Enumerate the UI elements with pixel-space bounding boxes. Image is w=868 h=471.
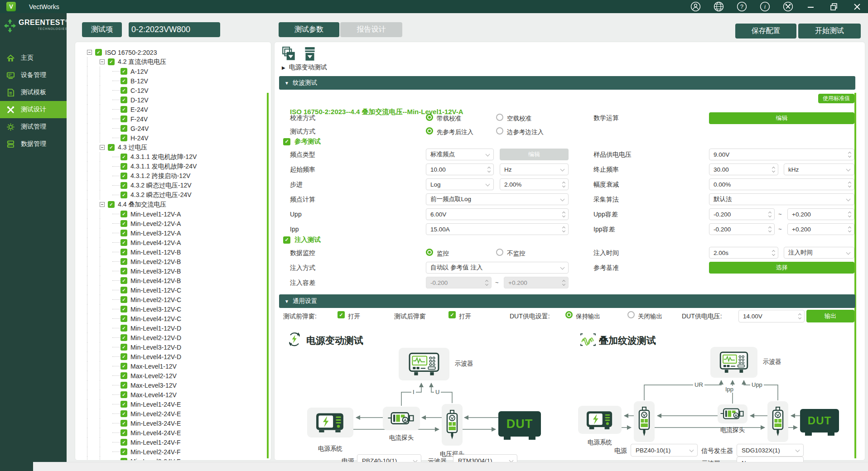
tree-checkbox[interactable]	[95, 49, 102, 56]
tree-checkbox[interactable]	[121, 87, 127, 94]
tree-checkbox[interactable]	[121, 211, 127, 217]
ipp-tol-max-input[interactable]: +0.200	[787, 223, 854, 235]
tree-node-label[interactable]: Min-Level2-12V-D	[130, 334, 181, 341]
tree-node[interactable]: Min-Level2-24V-F	[87, 447, 271, 457]
algorithm-select[interactable]: 默认法	[709, 193, 854, 205]
tree-node-label[interactable]: 4.3 过电压	[118, 144, 147, 152]
start-freq-input[interactable]: 10.00	[426, 163, 494, 175]
tree-checkbox[interactable]	[121, 277, 127, 284]
tree-checkbox[interactable]	[121, 135, 127, 141]
dropdown-chevron-icon[interactable]	[561, 194, 564, 205]
tree-node[interactable]: Min-Level1-12V-C	[87, 285, 271, 295]
spinner-arrows[interactable]	[488, 164, 490, 175]
spinner-arrows[interactable]	[563, 277, 565, 288]
freq-type-select[interactable]: 标准频点	[426, 149, 494, 160]
tree-node-label[interactable]: 4.4 叠加交流电压	[118, 201, 166, 209]
tree-checkbox[interactable]	[121, 249, 127, 255]
upp-tol-max-input[interactable]: +0.200	[787, 208, 854, 220]
tree-node[interactable]: Min-Level2-12V-B	[87, 257, 271, 266]
tree-node[interactable]: Max-Level4-12V	[87, 390, 271, 399]
tree-checkbox[interactable]	[121, 391, 127, 398]
dropdown-chevron-icon[interactable]	[796, 444, 799, 456]
test-item-button[interactable]: 测试项	[82, 22, 122, 37]
spinner-arrows[interactable]	[769, 224, 771, 235]
tree-node[interactable]: ISO 16750-2:2023	[87, 48, 271, 57]
start-freq-unit-select[interactable]: Hz	[500, 163, 569, 175]
radio-monitor-on[interactable]	[426, 249, 433, 256]
radio-ref-while[interactable]	[496, 127, 503, 135]
tree-node[interactable]: Min-Level3-12V-A	[87, 228, 271, 238]
tree-node[interactable]: E-24V	[87, 105, 271, 114]
tree-checkbox[interactable]	[121, 382, 127, 389]
ipp-tol-min-input[interactable]: -0.200	[709, 223, 775, 235]
tree-checkbox[interactable]	[121, 429, 127, 436]
tree-node-label[interactable]: Min-Level1-24V-E	[130, 401, 181, 408]
tree-checkbox[interactable]	[121, 173, 127, 179]
tree-node[interactable]: 4.3.2 瞬态过电压-12V	[87, 181, 271, 190]
tree-checkbox[interactable]	[121, 77, 127, 84]
tree-node-label[interactable]: Min-Level2-24V-F	[130, 448, 181, 456]
tree-node-label[interactable]: ISO 16750-2:2023	[105, 49, 157, 56]
horizontal-scrollbar[interactable]	[33, 462, 868, 471]
dropdown-chevron-icon[interactable]	[847, 247, 850, 258]
tree-checkbox[interactable]	[121, 401, 127, 408]
section-general-header[interactable]: ▼ 通用设置	[279, 294, 855, 308]
start-test-button[interactable]: 开始测试	[798, 24, 861, 38]
pre-popup-checkbox[interactable]	[338, 311, 345, 318]
tree-node[interactable]: 4.3.2 瞬态过电压-24V	[87, 190, 271, 200]
tree-checkbox[interactable]	[121, 268, 127, 274]
tab-test-parameters[interactable]: 测试参数	[279, 22, 339, 37]
spinner-arrows[interactable]	[772, 247, 775, 258]
tree-expander-icon[interactable]	[100, 59, 105, 64]
sidebar-item-manage[interactable]: 测试管理	[0, 118, 67, 135]
radio-ref-first[interactable]	[426, 127, 433, 135]
radio-keep-output-label[interactable]: 保持输出	[576, 312, 600, 321]
radio-monitor-off-label[interactable]: 不监控	[507, 250, 526, 258]
tree-node[interactable]: Min-Level2-12V-C	[87, 295, 271, 304]
sidebar-item-template[interactable]: 测试模板	[0, 84, 67, 101]
tree-checkbox[interactable]	[121, 315, 127, 322]
tree-node[interactable]: Min-Level1-12V-D	[87, 323, 271, 333]
tree-checkbox[interactable]	[121, 287, 127, 293]
tree-node[interactable]: 4.3.1.1 发电机故障-12V	[87, 152, 271, 162]
tree-node[interactable]: 4.3 过电压	[87, 143, 271, 152]
radio-ref-first-label[interactable]: 先参考后注入	[437, 128, 473, 136]
tree-checkbox[interactable]	[121, 192, 127, 198]
tree-node-label[interactable]: Min-Level4-12V-A	[130, 239, 181, 246]
tree-checkbox[interactable]	[121, 439, 127, 446]
tree-node[interactable]: Min-Level1-12V-A	[87, 209, 271, 219]
tree-node-label[interactable]: Max-Level3-12V	[130, 382, 177, 389]
tree-node-label[interactable]: B-12V	[130, 77, 148, 85]
tree-checkbox[interactable]	[121, 230, 127, 236]
tree-checkbox[interactable]	[108, 201, 115, 208]
tree-node-label[interactable]: 4.3.1.1 发电机故障-12V	[130, 153, 197, 161]
radio-monitor-off[interactable]	[496, 249, 503, 256]
tree-node-label[interactable]: Min-Level2-12V-B	[130, 258, 181, 265]
tree-node[interactable]: Min-Level4-12V-D	[87, 352, 271, 361]
maximize-restore-icon[interactable]	[829, 1, 839, 12]
tree-node-label[interactable]: 4.2 直流供电电压	[118, 58, 166, 66]
tree-node-label[interactable]: 4.3.1.1 发电机故障-24V	[130, 163, 197, 171]
tree-node-label[interactable]: Min-Level3-12V-A	[130, 230, 181, 237]
spinner-arrows[interactable]	[563, 224, 565, 235]
inject-test-checkbox[interactable]	[283, 236, 290, 244]
sidebar-item-home[interactable]: 主页	[0, 49, 67, 67]
tree-node[interactable]: Max-Level1-12V	[87, 361, 271, 371]
radio-no-load-label[interactable]: 空载校准	[507, 115, 531, 123]
tree-node-label[interactable]: Max-Level2-12V	[130, 372, 177, 380]
tree-checkbox[interactable]	[121, 344, 127, 351]
spinner-arrows[interactable]	[563, 209, 565, 220]
sidebar-item-device[interactable]: 设备管理	[0, 67, 67, 84]
spinner-arrows[interactable]	[769, 209, 771, 220]
radio-with-load-label[interactable]: 带载校准	[437, 115, 461, 123]
tree-node-label[interactable]: Min-Level1-24V-F	[130, 439, 181, 446]
dropdown-chevron-icon[interactable]	[561, 164, 564, 175]
ref-base-select-button[interactable]: 选择	[709, 262, 854, 274]
radio-close-output[interactable]	[627, 311, 635, 318]
power-select[interactable]: PBZ40-10(1)	[631, 444, 698, 457]
tree-node-label[interactable]: Min-Level4-12V-D	[130, 353, 181, 360]
tree-checkbox[interactable]	[121, 163, 127, 170]
tools-icon[interactable]	[782, 1, 793, 12]
tree-checkbox[interactable]	[121, 125, 127, 132]
tree-node[interactable]: Min-Level3-24V-F	[87, 457, 271, 461]
